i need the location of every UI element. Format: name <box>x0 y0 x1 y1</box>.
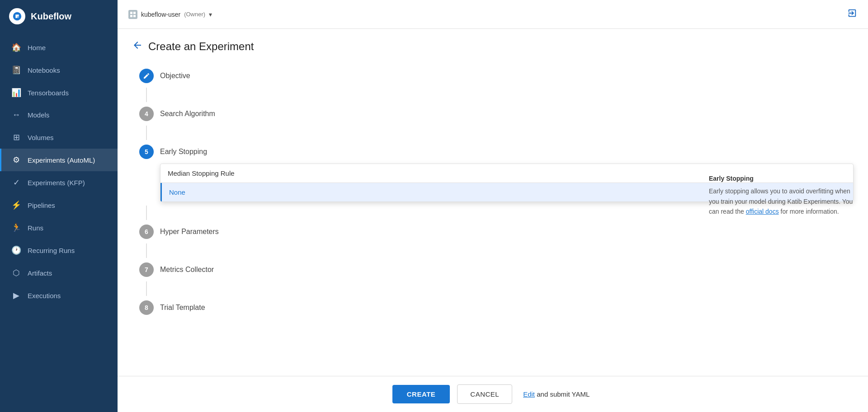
page-title: Create an Experiment <box>148 40 254 53</box>
home-icon: 🏠 <box>11 42 21 52</box>
step-trial-template-header: 8 Trial Template <box>139 296 854 319</box>
namespace-role: (Owner) <box>184 11 205 18</box>
experiments-kfp-icon: ✓ <box>11 178 21 187</box>
namespace-name: kubeflow-user <box>141 11 180 18</box>
sidebar-item-tensorboards[interactable]: 📊 Tensorboards <box>0 81 118 104</box>
step-objective: Objective <box>139 64 854 102</box>
step-hyper-parameters-header: 6 Hyper Parameters <box>139 220 854 243</box>
page-body: Create an Experiment Objective <box>118 29 868 376</box>
runs-icon: 🏃 <box>11 223 21 233</box>
app-name: Kubeflow <box>31 11 71 22</box>
main-content: kubeflow-user (Owner) ▾ Create an Experi… <box>118 0 868 412</box>
sidebar-item-experiments-kfp-label: Experiments (KFP) <box>28 179 85 187</box>
step-early-stopping-header: 5 Early Stopping <box>139 140 854 164</box>
sidebar-item-recurring-runs-label: Recurring Runs <box>28 247 75 254</box>
topbar: kubeflow-user (Owner) ▾ <box>118 0 868 29</box>
cancel-button[interactable]: CANCEL <box>457 384 512 404</box>
sidebar-item-tensorboards-label: Tensorboards <box>28 89 69 97</box>
sidebar-item-experiments-automl[interactable]: ⚙ Experiments (AutoML) <box>0 149 118 171</box>
experiments-automl-icon: ⚙ <box>11 155 21 165</box>
sidebar-item-experiments-kfp[interactable]: ✓ Experiments (KFP) <box>0 171 118 194</box>
step-search-algorithm-label: Search Algorithm <box>160 110 215 118</box>
step-connector-1 <box>146 88 147 102</box>
info-panel-description-end: for more information. <box>779 208 839 215</box>
step-connector-3 <box>146 206 147 220</box>
pipelines-icon: ⚡ <box>11 200 21 210</box>
step-search-algorithm: 4 Search Algorithm <box>139 102 854 140</box>
yaml-label-text: and submit YAML <box>535 390 590 398</box>
create-button[interactable]: CREATE <box>392 385 450 403</box>
step-metrics-collector-label: Metrics Collector <box>160 266 214 274</box>
sidebar-item-pipelines[interactable]: ⚡ Pipelines <box>0 194 118 216</box>
info-panel-link[interactable]: official docs <box>746 208 779 215</box>
tensorboards-icon: 📊 <box>11 88 21 98</box>
notebooks-icon: 📓 <box>11 65 21 75</box>
svg-rect-4 <box>133 15 136 17</box>
executions-icon: ▶ <box>11 290 21 300</box>
sidebar-item-pipelines-label: Pipelines <box>28 201 55 209</box>
sidebar-item-notebooks[interactable]: 📓 Notebooks <box>0 59 118 81</box>
sidebar-item-executions[interactable]: ▶ Executions <box>0 284 118 307</box>
back-button[interactable] <box>132 40 143 53</box>
sidebar-item-models-label: Models <box>28 111 49 119</box>
recurring-runs-icon: 🕐 <box>11 245 21 255</box>
sidebar-item-notebooks-label: Notebooks <box>28 66 60 74</box>
info-panel: Early Stopping Early stopping allows you… <box>709 173 854 217</box>
step-connector-4 <box>146 243 147 258</box>
step-trial-template-label: Trial Template <box>160 304 205 312</box>
svg-rect-3 <box>130 15 132 17</box>
edit-yaml-button[interactable]: Edit and submit YAML <box>519 385 593 403</box>
namespace-icon <box>128 10 137 19</box>
sidebar-item-home-label: Home <box>28 44 46 52</box>
footer-actions: CREATE CANCEL Edit and submit YAML <box>118 376 868 412</box>
sidebar-item-artifacts[interactable]: ⬡ Artifacts <box>0 262 118 284</box>
sidebar-logo: Kubeflow <box>0 0 118 33</box>
sidebar: Kubeflow 🏠 Home 📓 Notebooks 📊 Tensorboar… <box>0 0 118 412</box>
kubeflow-logo-icon <box>9 8 25 24</box>
sidebar-item-runs-label: Runs <box>28 224 43 232</box>
edit-link-text: Edit <box>523 390 535 398</box>
step-search-algorithm-circle: 4 <box>139 107 154 121</box>
step-search-algorithm-header: 4 Search Algorithm <box>139 102 854 126</box>
step-early-stopping-label: Early Stopping <box>160 148 207 156</box>
sidebar-item-experiments-automl-label: Experiments (AutoML) <box>28 156 95 164</box>
step-hyper-parameters-circle: 6 <box>139 225 154 239</box>
step-trial-template: 8 Trial Template <box>139 296 854 319</box>
sidebar-item-artifacts-label: Artifacts <box>28 269 52 277</box>
step-metrics-collector: 7 Metrics Collector <box>139 258 854 296</box>
logout-button[interactable] <box>847 8 857 20</box>
step-metrics-collector-circle: 7 <box>139 262 154 277</box>
sidebar-item-runs[interactable]: 🏃 Runs <box>0 216 118 239</box>
step-objective-header: Objective <box>139 64 854 88</box>
step-objective-label: Objective <box>160 72 190 80</box>
step-hyper-parameters: 6 Hyper Parameters <box>139 220 854 258</box>
info-panel-body: Early stopping allows you to avoid overf… <box>709 186 854 216</box>
sidebar-item-models[interactable]: ↔ Models <box>0 104 118 126</box>
step-objective-circle <box>139 69 154 83</box>
step-metrics-collector-header: 7 Metrics Collector <box>139 258 854 281</box>
svg-rect-2 <box>133 12 136 14</box>
page-header: Create an Experiment <box>132 40 854 53</box>
sidebar-item-volumes-label: Volumes <box>28 134 54 141</box>
sidebar-nav: 🏠 Home 📓 Notebooks 📊 Tensorboards ↔ Mode… <box>0 33 118 412</box>
sidebar-item-executions-label: Executions <box>28 292 61 300</box>
step-connector-5 <box>146 281 147 296</box>
sidebar-item-recurring-runs[interactable]: 🕐 Recurring Runs <box>0 239 118 262</box>
info-panel-title: Early Stopping <box>709 173 854 183</box>
namespace-dropdown-icon[interactable]: ▾ <box>209 11 212 18</box>
sidebar-item-home[interactable]: 🏠 Home <box>0 36 118 59</box>
svg-rect-1 <box>130 12 132 14</box>
step-early-stopping-circle: 5 <box>139 145 154 159</box>
namespace-selector[interactable]: kubeflow-user (Owner) ▾ <box>128 10 212 19</box>
sidebar-item-volumes[interactable]: ⊞ Volumes <box>0 126 118 149</box>
step-connector-2 <box>146 126 147 140</box>
artifacts-icon: ⬡ <box>11 268 21 278</box>
step-hyper-parameters-label: Hyper Parameters <box>160 228 219 236</box>
step-trial-template-circle: 8 <box>139 300 154 315</box>
volumes-icon: ⊞ <box>11 132 21 142</box>
models-icon: ↔ <box>11 110 21 120</box>
